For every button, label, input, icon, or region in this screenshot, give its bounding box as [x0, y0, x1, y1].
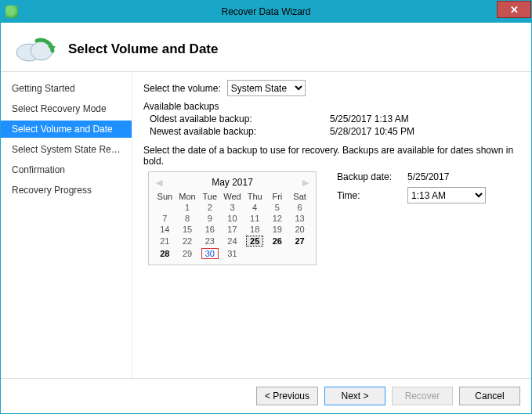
calendar-day-header: Sat	[288, 191, 311, 202]
sidebar-step[interactable]: Select System State Reco...	[1, 141, 132, 158]
oldest-backup-label: Oldest available backup:	[150, 113, 330, 124]
wizard-buttons: < Previous Next > Recover Cancel	[1, 378, 531, 413]
time-label: Time:	[337, 190, 407, 201]
calendar-day-cell[interactable]: 30	[198, 247, 221, 260]
calendar-day-cell[interactable]: 22	[176, 235, 199, 247]
calendar-title: May 2017	[165, 177, 300, 188]
calendar-day-cell	[266, 247, 289, 260]
previous-button[interactable]: < Previous	[256, 387, 318, 405]
page-header: Select Volume and Date	[1, 23, 531, 71]
wizard-window: Recover Data Wizard ✕ Select Volume and …	[0, 0, 532, 414]
calendar-day-header: Wed	[221, 191, 244, 202]
available-backups-group: Available backups Oldest available backu…	[143, 101, 519, 142]
calendar-day-cell[interactable]: 9	[198, 213, 221, 224]
calendar-day-cell[interactable]: 15	[176, 224, 199, 235]
calendar-day-cell[interactable]: 28	[154, 247, 176, 260]
backup-date-value: 5/25/2017	[407, 171, 449, 182]
calendar-day-cell[interactable]: 6	[288, 202, 311, 213]
calendar-day-cell[interactable]: 24	[221, 235, 244, 247]
calendar-day-cell[interactable]: 13	[288, 213, 311, 224]
calendar-day-cell[interactable]: 31	[221, 247, 244, 260]
cancel-button[interactable]: Cancel	[459, 387, 520, 405]
calendar-day-cell[interactable]: 8	[176, 213, 199, 224]
calendar-day-header: Thu	[244, 191, 266, 202]
sidebar-step[interactable]: Getting Started	[1, 80, 132, 97]
recover-button: Recover	[392, 387, 453, 405]
calendar-day-cell[interactable]: 21	[154, 235, 176, 247]
calendar-day-cell	[244, 247, 266, 260]
window-title: Recover Data Wizard	[221, 6, 310, 17]
chevron-left-icon: ◀	[156, 178, 162, 188]
calendar: ◀ May 2017 ▶ SunMonTueWedThuFriSat 12345…	[148, 171, 317, 265]
calendar-day-cell	[154, 202, 176, 213]
wizard-steps-sidebar: Getting StartedSelect Recovery ModeSelec…	[1, 72, 132, 378]
calendar-day-cell[interactable]: 26	[266, 235, 289, 247]
calendar-day-cell[interactable]: 11	[244, 213, 266, 224]
next-button[interactable]: Next >	[324, 387, 385, 405]
instruction-text: Select the date of a backup to use for r…	[143, 145, 519, 167]
calendar-day-cell[interactable]: 12	[266, 213, 289, 224]
calendar-day-cell[interactable]: 14	[154, 224, 176, 235]
calendar-day-header: Tue	[198, 191, 221, 202]
calendar-day-cell[interactable]: 23	[198, 235, 221, 247]
calendar-day-cell[interactable]: 3	[221, 202, 244, 213]
titlebar: Recover Data Wizard ✕	[1, 1, 531, 23]
close-icon: ✕	[510, 4, 519, 16]
calendar-day-cell[interactable]: 16	[198, 224, 221, 235]
available-backups-legend: Available backups	[143, 101, 519, 112]
calendar-day-cell[interactable]: 25	[244, 235, 266, 247]
calendar-day-header: Mon	[176, 191, 199, 202]
wizard-content: Select the volume: System State Availabl…	[132, 72, 531, 378]
chevron-right-icon: ▶	[302, 178, 309, 188]
volume-label: Select the volume:	[143, 83, 221, 94]
sidebar-step[interactable]: Confirmation	[1, 161, 132, 178]
sidebar-step[interactable]: Select Recovery Mode	[1, 100, 132, 117]
sidebar-step[interactable]: Recovery Progress	[1, 182, 132, 199]
sidebar-step[interactable]: Select Volume and Date	[1, 121, 132, 138]
calendar-day-cell[interactable]: 4	[244, 202, 266, 213]
backup-date-label: Backup date:	[337, 171, 407, 182]
calendar-day-cell[interactable]: 29	[176, 247, 199, 260]
close-button[interactable]: ✕	[497, 1, 531, 18]
page-title: Select Volume and Date	[68, 41, 218, 57]
calendar-day-cell[interactable]: 1	[176, 202, 199, 213]
newest-backup-value: 5/28/2017 10:45 PM	[330, 126, 414, 137]
calendar-next-button[interactable]: ▶	[300, 177, 311, 188]
calendar-day-cell[interactable]: 27	[288, 235, 311, 247]
selection-info: Backup date: 5/25/2017 Time: 1:13 AM	[337, 171, 486, 208]
calendar-day-cell[interactable]: 7	[154, 213, 176, 224]
newest-backup-label: Newest available backup:	[150, 126, 330, 137]
calendar-day-header: Sun	[154, 191, 176, 202]
oldest-backup-value: 5/25/2017 1:13 AM	[330, 113, 409, 124]
calendar-prev-button[interactable]: ◀	[154, 177, 165, 188]
time-select[interactable]: 1:13 AM	[407, 187, 486, 203]
calendar-day-cell[interactable]: 2	[198, 202, 221, 213]
cloud-recover-icon	[13, 35, 57, 63]
wizard-body: Getting StartedSelect Recovery ModeSelec…	[1, 72, 531, 378]
calendar-day-cell[interactable]: 18	[244, 224, 266, 235]
calendar-grid: SunMonTueWedThuFriSat 123456789101112131…	[154, 191, 311, 260]
volume-select[interactable]: System State	[227, 80, 306, 96]
calendar-day-cell[interactable]: 20	[288, 224, 311, 235]
app-icon	[5, 5, 18, 18]
calendar-day-cell	[288, 247, 311, 260]
calendar-day-header: Fri	[266, 191, 289, 202]
calendar-day-cell[interactable]: 5	[266, 202, 289, 213]
calendar-day-cell[interactable]: 10	[221, 213, 244, 224]
calendar-day-cell[interactable]: 17	[221, 224, 244, 235]
calendar-day-cell[interactable]: 19	[266, 224, 289, 235]
